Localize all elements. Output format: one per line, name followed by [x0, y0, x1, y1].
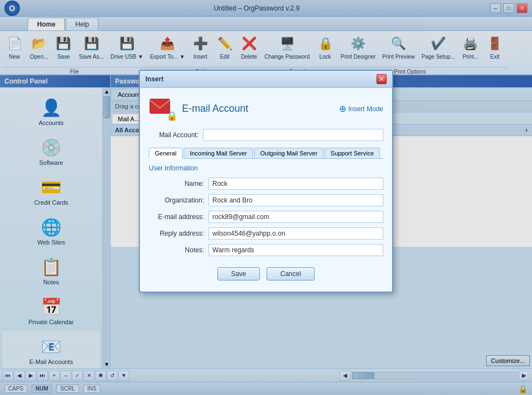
insert-dialog: Insert ✕ 🔒 E-mail Account	[139, 70, 393, 293]
modal-body: 🔒 E-mail Account ⊕ Insert Mode Mail Acco…	[140, 88, 392, 292]
email-icon-container: 🔒	[149, 97, 178, 121]
modal-tab-incoming[interactable]: Incoming Mail Server	[184, 148, 253, 158]
modal-overlay: Insert ✕ 🔒 E-mail Account	[0, 0, 532, 395]
modal-header: 🔒 E-mail Account ⊕ Insert Mode	[149, 97, 383, 121]
modal-footer: Save Cancel	[149, 261, 383, 283]
organization-label: Organization:	[149, 196, 204, 204]
mail-account-label: Mail Account:	[149, 131, 199, 139]
organization-input[interactable]	[208, 194, 383, 206]
notes-label: Notes:	[149, 246, 204, 254]
mail-account-row: Mail Account:	[149, 129, 383, 141]
reply-input[interactable]	[208, 227, 383, 240]
form-row-notes: Notes:	[149, 244, 383, 256]
insert-mode-label: Insert Mode	[348, 105, 383, 113]
email-label: E-mail address:	[149, 213, 204, 221]
modal-close-button[interactable]: ✕	[377, 74, 387, 84]
form-row-organization: Organization:	[149, 194, 383, 206]
cancel-button[interactable]: Cancel	[267, 267, 315, 280]
modal-title-bar: Insert ✕	[140, 71, 392, 88]
mail-account-input[interactable]	[203, 129, 383, 141]
modal-tabs-row: General Incoming Mail Server Outgoing Ma…	[149, 148, 383, 159]
name-label: Name:	[149, 180, 204, 188]
reply-label: Reply address:	[149, 230, 204, 237]
email-input[interactable]	[208, 211, 383, 223]
modal-title-main: E-mail Account	[182, 103, 248, 115]
modal-tab-support[interactable]: Support Service	[325, 148, 380, 158]
save-button[interactable]: Save	[217, 267, 260, 280]
modal-icon-area: 🔒 E-mail Account	[149, 97, 248, 121]
form-row-name: Name:	[149, 178, 383, 190]
name-input[interactable]	[208, 178, 383, 190]
user-info-section-title: User Information	[149, 164, 383, 172]
modal-tab-outgoing[interactable]: Outgoing Mail Server	[254, 148, 323, 158]
form-row-email: E-mail address:	[149, 211, 383, 223]
form-row-reply: Reply address:	[149, 227, 383, 240]
insert-mode-icon: ⊕	[339, 103, 346, 114]
lock-overlay-icon: 🔒	[166, 111, 178, 121]
modal-tab-general[interactable]: General	[149, 148, 182, 159]
modal-title: Insert	[145, 75, 164, 83]
insert-mode-button[interactable]: ⊕ Insert Mode	[339, 103, 383, 114]
notes-input[interactable]	[208, 244, 383, 256]
